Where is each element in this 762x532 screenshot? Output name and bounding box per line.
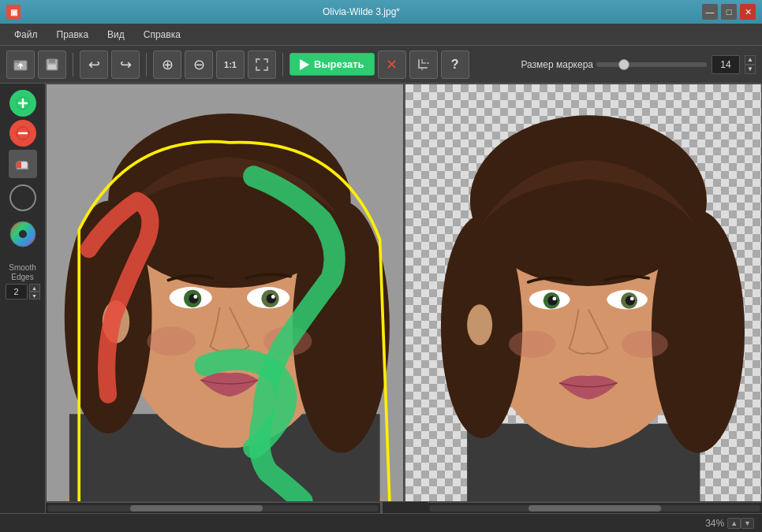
toolbar-separator-2 bbox=[146, 53, 147, 76]
left-scroll-thumb[interactable] bbox=[130, 505, 263, 512]
cancel-button[interactable]: ✕ bbox=[378, 50, 406, 79]
svg-point-27 bbox=[189, 294, 198, 303]
save-button[interactable] bbox=[38, 50, 66, 79]
crop-button[interactable] bbox=[409, 50, 438, 79]
smooth-edges-label: SmoothEdges bbox=[9, 263, 35, 282]
right-image-panel[interactable] bbox=[404, 84, 763, 502]
eraser-button[interactable] bbox=[9, 150, 37, 178]
zoom-out-button[interactable]: ⊖ bbox=[185, 50, 213, 79]
svg-point-50 bbox=[467, 304, 492, 345]
svg-point-44 bbox=[547, 296, 557, 305]
window-controls: — □ ✕ bbox=[702, 4, 756, 20]
smooth-edges-value: 2 bbox=[6, 284, 28, 299]
toolbar-separator-3 bbox=[282, 53, 283, 76]
title-bar: ▣ Olivia-Wilde 3.jpg* — □ ✕ bbox=[0, 0, 762, 24]
redo-button[interactable]: ↪ bbox=[111, 50, 140, 79]
scrollbar-spacer bbox=[382, 502, 428, 513]
remove-brush-button[interactable] bbox=[9, 120, 36, 147]
right-scroll-track[interactable] bbox=[429, 505, 760, 512]
maximize-button[interactable]: □ bbox=[721, 4, 737, 20]
smooth-edges-up[interactable]: ▲ bbox=[29, 284, 40, 292]
svg-point-45 bbox=[625, 296, 634, 305]
marker-value: 14 bbox=[712, 55, 740, 74]
circle-tool-button[interactable] bbox=[9, 184, 36, 211]
zoom-in-button[interactable]: ⊕ bbox=[153, 50, 181, 79]
marker-slider-wrap: 14 ▲ ▼ bbox=[596, 55, 756, 74]
status-bar: 34% ▲ ▼ bbox=[0, 513, 762, 532]
svg-point-30 bbox=[271, 295, 275, 299]
toolbar-separator-1 bbox=[73, 53, 73, 76]
zoom-fit-button[interactable] bbox=[248, 50, 276, 79]
run-button[interactable]: Вырезать bbox=[289, 53, 375, 76]
svg-rect-2 bbox=[49, 59, 55, 63]
svg-point-28 bbox=[267, 294, 276, 303]
main-area: SmoothEdges 2 ▲ ▼ bbox=[0, 84, 762, 513]
play-icon bbox=[300, 59, 309, 70]
tools-panel: SmoothEdges 2 ▲ ▼ bbox=[0, 84, 46, 513]
svg-point-39 bbox=[651, 210, 744, 453]
marker-slider[interactable] bbox=[596, 62, 707, 67]
marker-spin-down[interactable]: ▼ bbox=[745, 65, 756, 74]
left-scrollbar[interactable] bbox=[46, 502, 382, 513]
close-button[interactable]: ✕ bbox=[740, 4, 756, 20]
zoom-label: 34% bbox=[705, 518, 724, 529]
svg-point-15 bbox=[19, 230, 27, 238]
right-scroll-thumb[interactable] bbox=[529, 505, 661, 512]
help-button[interactable]: ? bbox=[441, 50, 469, 79]
marker-spin-up[interactable]: ▲ bbox=[745, 55, 756, 65]
menu-file[interactable]: Файл bbox=[6, 26, 46, 43]
svg-point-46 bbox=[552, 296, 556, 300]
right-scrollbar[interactable] bbox=[428, 502, 762, 513]
left-image-panel[interactable] bbox=[46, 84, 404, 502]
svg-rect-3 bbox=[48, 65, 56, 69]
content-area bbox=[46, 84, 762, 513]
zoom-down-button[interactable]: ▼ bbox=[741, 518, 754, 529]
smooth-edges-down[interactable]: ▼ bbox=[29, 292, 40, 299]
marker-spin: ▲ ▼ bbox=[745, 55, 756, 74]
menu-edit[interactable]: Правка bbox=[49, 26, 97, 43]
smooth-edges-control: 2 ▲ ▼ bbox=[6, 284, 40, 299]
left-scroll-track[interactable] bbox=[47, 505, 379, 512]
svg-point-48 bbox=[509, 330, 555, 357]
svg-point-29 bbox=[193, 295, 197, 299]
undo-button[interactable]: ↩ bbox=[80, 50, 108, 79]
zoom-up-button[interactable]: ▲ bbox=[727, 518, 741, 529]
menu-help[interactable]: Справка bbox=[136, 26, 189, 43]
add-brush-button[interactable] bbox=[9, 90, 36, 117]
svg-rect-12 bbox=[17, 162, 21, 169]
svg-point-47 bbox=[629, 296, 633, 300]
scrollbars-row bbox=[46, 502, 762, 513]
svg-point-49 bbox=[621, 330, 667, 357]
svg-point-31 bbox=[147, 327, 196, 356]
marker-slider-thumb[interactable] bbox=[618, 59, 629, 70]
smooth-edges-spin: ▲ ▼ bbox=[29, 284, 40, 299]
panels bbox=[46, 84, 762, 502]
menu-view[interactable]: Вид bbox=[99, 26, 133, 43]
color-wheel-button[interactable] bbox=[9, 221, 36, 247]
app-icon: ▣ bbox=[6, 5, 21, 19]
open-button[interactable] bbox=[6, 50, 35, 79]
zoom-100-button[interactable]: 1:1 bbox=[216, 50, 245, 79]
marker-size-label: Размер маркера bbox=[521, 59, 593, 70]
window-title: Olivia-Wilde 3.jpg* bbox=[21, 6, 702, 17]
minimize-button[interactable]: — bbox=[702, 4, 718, 20]
toolbar: ↩ ↪ ⊕ ⊖ 1:1 Вырезать ✕ ? Размер маркера … bbox=[0, 46, 762, 84]
menu-bar: Файл Правка Вид Справка bbox=[0, 24, 762, 46]
